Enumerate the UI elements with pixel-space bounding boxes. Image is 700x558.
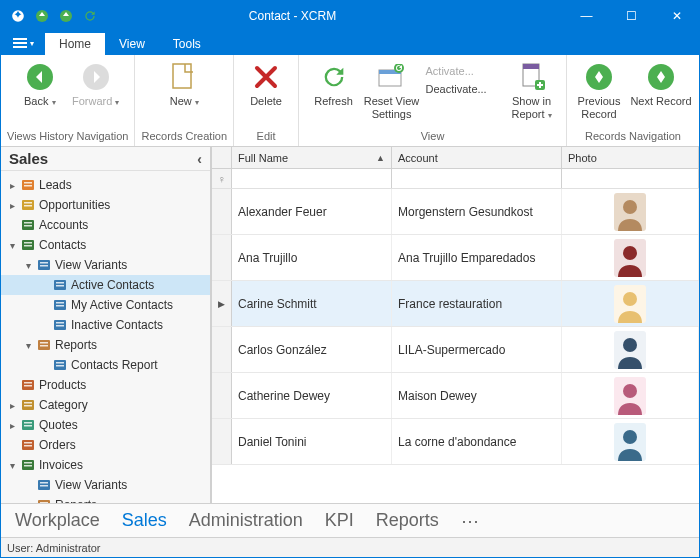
table-row[interactable]: Catherine DeweyMaison Dewey <box>212 373 699 419</box>
bottom-reports[interactable]: Reports <box>376 510 439 531</box>
nav-item-label: Accounts <box>37 218 206 232</box>
nav-item-label: Inactive Contacts <box>69 318 206 332</box>
avatar <box>614 331 646 369</box>
table-row[interactable]: Ana TrujilloAna Trujillo Emparedados <box>212 235 699 281</box>
qa-refresh-icon[interactable] <box>79 5 101 27</box>
next-record-button[interactable]: Next Record <box>629 59 693 108</box>
nav-item-contacts-report[interactable]: Contacts Report <box>1 355 210 375</box>
avatar <box>614 377 646 415</box>
file-menu[interactable]: ▾ <box>1 31 45 55</box>
group-view-label: View <box>305 128 560 146</box>
nav-item-accounts[interactable]: Accounts <box>1 215 210 235</box>
bottom-more[interactable]: ⋯ <box>461 510 479 532</box>
list-icon <box>51 298 69 312</box>
expander-icon[interactable]: ▸ <box>5 180 19 191</box>
nav-item-view-variants[interactable]: View Variants <box>1 475 210 495</box>
grid-rows: Alexander FeuerMorgenstern GesundkostAna… <box>212 189 699 503</box>
expander-icon[interactable]: ▸ <box>5 400 19 411</box>
nav-item-contacts[interactable]: ▾Contacts <box>1 235 210 255</box>
nav-item-active-contacts[interactable]: Active Contacts <box>1 275 210 295</box>
filter-fullname-input[interactable] <box>232 169 391 188</box>
bottom-admin[interactable]: Administration <box>189 510 303 531</box>
table-row[interactable]: Alexander FeuerMorgenstern Gesundkost <box>212 189 699 235</box>
nav-item-products[interactable]: Products <box>1 375 210 395</box>
tab-view[interactable]: View <box>105 33 159 55</box>
nav-item-category[interactable]: ▸Category <box>1 395 210 415</box>
expander-icon[interactable]: ▸ <box>5 200 19 211</box>
activate-button[interactable]: Activate... <box>424 63 504 79</box>
svg-rect-64 <box>40 485 48 487</box>
table-row[interactable]: Carine SchmittFrance restauration <box>212 281 699 327</box>
collapse-nav-icon[interactable]: ‹ <box>197 151 202 167</box>
nav-item-opportunities[interactable]: ▸Opportunities <box>1 195 210 215</box>
nav-item-my-active-contacts[interactable]: My Active Contacts <box>1 295 210 315</box>
expander-icon[interactable]: ▾ <box>21 260 35 271</box>
col-account-label: Account <box>398 152 438 164</box>
nav-item-reports[interactable]: Reports <box>1 495 210 503</box>
expander-icon[interactable]: ▸ <box>5 420 19 431</box>
svg-rect-45 <box>56 362 64 364</box>
expander-icon[interactable]: ▾ <box>5 460 19 471</box>
bottom-workplace[interactable]: Workplace <box>15 510 100 531</box>
qa-up1-icon[interactable] <box>31 5 53 27</box>
col-fullname[interactable]: Full Name▲ <box>232 147 392 168</box>
close-button[interactable]: ✕ <box>654 1 699 31</box>
svg-rect-8 <box>173 64 191 88</box>
svg-point-71 <box>623 246 637 260</box>
svg-rect-58 <box>24 445 32 447</box>
svg-rect-21 <box>24 202 32 204</box>
qa-up2-icon[interactable] <box>55 5 77 27</box>
back-label: Back <box>24 95 48 107</box>
back-button[interactable]: Back ▾ <box>14 59 66 108</box>
nav-item-label: Products <box>37 378 206 392</box>
table-row[interactable]: Carlos GonzálezLILA-Supermercado <box>212 327 699 373</box>
window-title: Contact - XCRM <box>101 9 564 23</box>
reset-view-button[interactable]: Reset View Settings <box>362 59 422 120</box>
maximize-button[interactable]: ☐ <box>609 1 654 31</box>
refresh-button[interactable]: Refresh <box>308 59 360 108</box>
cell-photo <box>562 235 699 280</box>
prev-record-label: Previous Record <box>578 95 621 120</box>
nav-item-quotes[interactable]: ▸Quotes <box>1 415 210 435</box>
minimize-button[interactable]: — <box>564 1 609 31</box>
filter-photo-input[interactable] <box>562 169 698 188</box>
col-fullname-label: Full Name <box>238 152 288 164</box>
deactivate-button[interactable]: Deactivate... <box>424 81 504 97</box>
expander-icon[interactable]: ▾ <box>21 340 35 351</box>
refresh-icon <box>320 63 348 91</box>
nav-item-inactive-contacts[interactable]: Inactive Contacts <box>1 315 210 335</box>
show-in-report-button[interactable]: Show in Report ▾ <box>506 59 558 120</box>
opportunities-icon <box>19 198 37 212</box>
grid-columns: Full Name▲ Account Photo <box>212 147 699 169</box>
grid-panel: Full Name▲ Account Photo ♀ Alexander Feu… <box>211 147 699 503</box>
nav-item-label: Contacts <box>37 238 206 252</box>
cell-account: Maison Dewey <box>392 373 562 418</box>
app-menu-icon[interactable] <box>7 5 29 27</box>
group-create: New ▾ Records Creation <box>135 55 234 146</box>
group-nav: Back ▾ Forward ▾ Views History Navigatio… <box>1 55 135 146</box>
svg-rect-18 <box>24 182 32 184</box>
delete-button[interactable]: Delete <box>240 59 292 108</box>
nav-item-leads[interactable]: ▸Leads <box>1 175 210 195</box>
svg-point-69 <box>623 200 637 214</box>
bottom-kpi[interactable]: KPI <box>325 510 354 531</box>
nav-item-label: Opportunities <box>37 198 206 212</box>
nav-item-invoices[interactable]: ▾Invoices <box>1 455 210 475</box>
bottom-sales[interactable]: Sales <box>122 510 167 531</box>
prev-record-button[interactable]: Previous Record <box>573 59 625 120</box>
col-account[interactable]: Account <box>392 147 562 168</box>
group-edit: Delete Edit <box>234 55 299 146</box>
expander-icon[interactable]: ▾ <box>5 240 19 251</box>
nav-item-reports[interactable]: ▾Reports <box>1 335 210 355</box>
nav-item-orders[interactable]: Orders <box>1 435 210 455</box>
table-row[interactable]: Daniel ToniniLa corne d'abondance <box>212 419 699 465</box>
main-split: Sales ‹ ▸Leads▸OpportunitiesAccounts▾Con… <box>1 147 699 503</box>
new-button[interactable]: New ▾ <box>158 59 210 108</box>
sort-asc-icon: ▲ <box>376 153 385 163</box>
nav-item-view-variants[interactable]: ▾View Variants <box>1 255 210 275</box>
filter-account-input[interactable] <box>392 169 561 188</box>
col-photo[interactable]: Photo <box>562 147 699 168</box>
tab-tools[interactable]: Tools <box>159 33 215 55</box>
tab-home[interactable]: Home <box>45 33 105 55</box>
forward-button[interactable]: Forward ▾ <box>70 59 122 108</box>
